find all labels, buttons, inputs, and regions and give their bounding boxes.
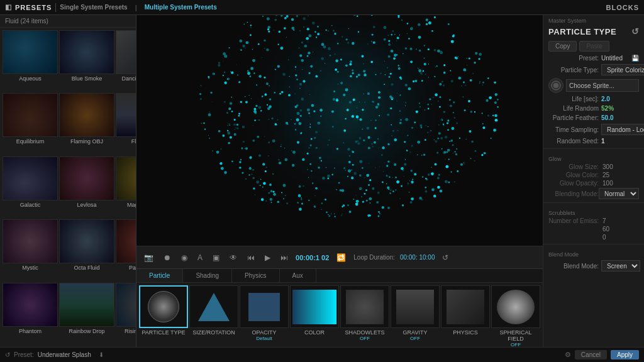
thumb-opacity[interactable]: OPACITY Default [240,285,289,341]
rp-scr2-row: 60 [543,225,644,233]
blend-mode-select[interactable]: Screen [601,260,640,272]
preset-name: Rainbow Drop [69,328,104,334]
rp-feather-value[interactable]: 50.0 [601,114,613,121]
text-btn[interactable]: A [195,252,205,263]
multi-preset-tab[interactable]: Multiple System Presets [145,4,217,11]
preset-thumb [59,156,114,200]
particle-type-select[interactable]: Sprite Colorize [601,64,644,75]
thumb-size-rotation[interactable]: SIZE/ROTATION [189,285,238,336]
preset-item-dancing-sparkler[interactable]: Dancing Sparkler [116,30,136,92]
rp-time-sampling-row: Time Sampling: Random - Loop [543,123,644,136]
thumb-spherical[interactable]: SPHERICAL FIELD OFF [491,285,540,347]
sprite-row: Choose Sprite... [543,77,644,94]
undo-icon[interactable]: ↺ [5,351,10,358]
paste-btn[interactable]: Paste [579,41,609,52]
preset-name: Paint Battle [129,265,136,271]
rp-scr3-val[interactable]: 0 [602,234,606,241]
download-icon[interactable]: ⬇ [99,351,104,358]
thumb-particle-type[interactable]: PARTICLE TYPE [139,285,188,336]
single-preset-tab[interactable]: Single System Presets [60,4,127,11]
rp-random-seed-value[interactable]: 1 [601,138,605,145]
rp-time-sampling-label: Time Sampling: [548,126,599,133]
rp-glow-color-val[interactable]: 25 [602,172,609,178]
preset-item-rising-bubbles[interactable]: Rising Bubbles [116,283,136,344]
preset-thumb [116,30,136,74]
rp-scr2-val[interactable]: 60 [602,226,609,233]
thumb-physics[interactable]: PHYSICS [441,285,490,336]
preset-item-octa-fluid[interactable]: Octa Fluid [59,219,114,281]
skip-back-btn[interactable]: ⏮ [245,252,257,263]
preset-item-magic-potion[interactable]: Magic Potion [116,156,136,218]
copy-btn[interactable]: Copy [548,41,577,52]
choose-sprite-btn[interactable]: Choose Sprite... [566,79,639,92]
rp-life-random-value[interactable]: 52% [601,105,614,112]
rp-life-random-label: Life Random [548,105,599,112]
divider-3 [543,244,644,244]
rp-blending-row: Blending Mode: Normal [543,187,644,200]
rp-life-random-row: Life Random 52% [543,104,644,113]
preset-name: Octa Fluid [74,265,99,271]
eye-btn[interactable]: 👁 [227,252,240,263]
preset-item-galactic[interactable]: Galactic [3,156,58,218]
thumb-color[interactable]: COLOR [290,285,339,336]
thumb-opacity-label: OPACITY [252,329,277,336]
rp-num-emit-val[interactable]: 7 [602,217,606,224]
blending-select[interactable]: Normal [599,188,639,199]
rp-title: PARTICLE TYPE ↺ [543,25,644,39]
rp-glow-opacity-val[interactable]: 100 [602,180,613,187]
preset-item-mystic[interactable]: Mystic [3,219,58,281]
cancel-btn[interactable]: Cancel [575,350,607,359]
rp-preset-value: Untitled [601,55,623,62]
tab-physics[interactable]: Physics [232,269,279,282]
thumb-gravity-img [391,285,440,328]
settings-icon[interactable]: ⚙ [565,351,571,359]
preset-item-rainbow-drop[interactable]: Rainbow Drop [59,283,114,344]
preset-item-paint-battle[interactable]: Paint Battle [116,219,136,281]
preset-item-phantom[interactable]: Phantom [3,283,58,344]
rp-life-value[interactable]: 2.0 [601,96,610,102]
preset-item-flaming-obj[interactable]: Flaming OBJ [59,93,114,155]
rp-glow-opacity-label: Glow Opacity: [548,180,599,187]
status-bar: ↺ Preset: Underwater Splash ⬇ ⚙ Cancel A… [0,347,644,362]
rp-random-seed-label: Random Seed: [548,138,599,145]
apply-btn[interactable]: Apply [611,350,639,359]
refresh-btn[interactable]: ↺ [440,252,451,263]
preset-thumb [3,93,58,137]
tab-aux[interactable]: Aux [280,269,316,282]
preset-item-levlosa[interactable]: Levlosa [59,156,114,218]
skip-fwd-btn[interactable]: ⏭ [278,252,291,263]
tab-shading[interactable]: Shading [183,269,232,282]
loop-btn[interactable]: 🔁 [334,252,348,263]
preset-item-aqueous[interactable]: Aqueous [3,30,58,92]
rp-glow-size-val[interactable]: 300 [602,163,613,170]
thumb-color-img [290,285,339,328]
preset-grid: Aqueous Blue Smoke Dancing Sparkler Equi… [0,28,136,347]
transport-bar: 📷 ⏺ ◉ A ▣ 👁 ⏮ ▶ ⏭ 00:00:1 02 🔁 Loop Dura… [136,246,543,268]
thumb-shadowlets[interactable]: SHADOWLETS OFF [340,285,389,341]
rp-glow-opacity-row: Glow Opacity: 100 [543,179,644,187]
thumb-gravity[interactable]: GRAVITY OFF [391,285,440,341]
reset-btn[interactable]: ↺ [631,26,640,36]
time-sampling-select[interactable]: Random - Loop [601,124,644,135]
preset-thumb [116,219,136,263]
preset-item-equilibrium[interactable]: Equilibrium [3,93,58,155]
radio-btn[interactable]: ◉ [179,252,190,263]
crop-btn[interactable]: ▣ [210,252,222,263]
preset-thumb [59,30,114,74]
thumb-gravity-sublabel: OFF [410,336,420,341]
preset-item-blue-smoke[interactable]: Blue Smoke [59,30,114,92]
play-btn[interactable]: ▶ [262,252,273,263]
preset-name: Galactic [20,202,41,208]
rp-scrubblets-section: Scrubblets [543,208,644,217]
rp-blend-mode-row: Blend Mode: Screen [543,258,644,273]
preset-item-flow-grid[interactable]: Flow Grid [116,93,136,155]
preset-save-icon[interactable]: 💾 [631,55,639,62]
camera-btn[interactable]: 📷 [142,252,156,263]
presets-label: PRESETS [15,4,52,11]
rp-particle-type-label: Particle Type: [548,67,599,74]
tab-particle[interactable]: Particle [136,269,183,282]
preset-thumb [59,283,114,327]
record-btn[interactable]: ⏺ [161,252,174,263]
thumb-size-rotation-label: SIZE/ROTATION [192,329,235,336]
preset-name: Flow Grid [131,138,136,145]
